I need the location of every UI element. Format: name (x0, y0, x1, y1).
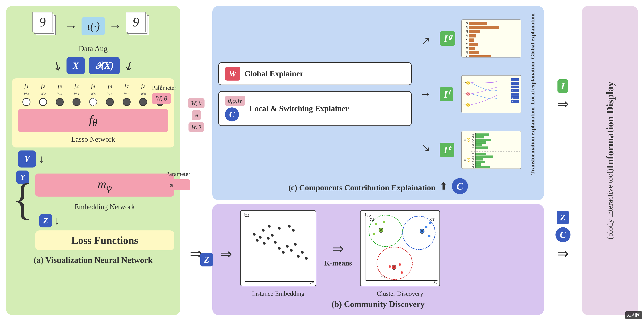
c-badge-footer: C (452, 178, 468, 194)
dot-16 (278, 227, 281, 230)
info-subtitle: (plotly interactive tool) (606, 169, 614, 239)
node-1 (22, 98, 30, 106)
section-a: 9 9 9 → τ(·) → 9 9 9 Data Aug ↘ X 𝒯(X) ↙ (6, 6, 180, 315)
ig-badge: Iᵍ (440, 31, 455, 46)
c-right-badge: C (556, 227, 570, 242)
node-5 (89, 98, 97, 106)
svg-text:f8: f8 (472, 163, 474, 166)
i-right-badge: I (558, 79, 568, 93)
transform-chart: c₁ c₃ f2 f3 (461, 131, 522, 169)
w-badge: W (225, 67, 240, 80)
bar-f4: f4 (463, 34, 520, 38)
dot-1 (253, 233, 256, 236)
svg-text:f7: f7 (512, 93, 514, 96)
svg-text:f6: f6 (512, 90, 514, 92)
arrow-to-ig: ↗ (421, 34, 431, 48)
bar-f9: f9 (463, 55, 520, 58)
dot-12 (294, 243, 297, 246)
instance-embedding-col: → ↑ z₁ z₂ (240, 210, 316, 297)
section-b-inner: ⇒ → ↑ z₁ z₂ (220, 210, 536, 297)
svg-text:f3: f3 (472, 155, 474, 158)
dot-6 (271, 234, 274, 237)
y-axis (245, 213, 245, 282)
data-aug-label: Data Aug (12, 44, 174, 53)
c2-dot-3 (400, 271, 403, 274)
svg-rect-41 (475, 141, 486, 144)
info-title: Information Display (604, 82, 616, 169)
a-to-bc-connectors: W, θ φ W, θ ⇒ (184, 6, 208, 315)
vectors-row: ↘ X 𝒯(X) ↙ (12, 57, 174, 74)
local-explainer-text: Local & Switching Explainer (249, 104, 349, 113)
transform-svg: c₁ c₃ f2 f3 (463, 132, 520, 168)
svg-text:f1: f1 (512, 79, 514, 81)
bar-f5: f5 (463, 38, 520, 42)
dot-5 (267, 237, 270, 240)
svg-text:f8: f8 (472, 144, 474, 146)
cluster-label: Cluster Discovery (377, 290, 423, 297)
watermark: AI图网 (625, 312, 642, 319)
arrow-diag-right: ↙ (121, 57, 137, 74)
big-bracket: { (12, 186, 33, 212)
node-8 (139, 98, 147, 106)
cluster-y-axis (366, 213, 366, 281)
global-exp-label: Global explanation (530, 14, 536, 59)
section-c-label: (c) Components Contribution Explaination (288, 183, 436, 192)
c3-dot-3 (428, 235, 430, 237)
global-bars: f1 f2 f3 f4 f5 f6 f7 f8 f9 (463, 22, 520, 58)
local-exp-label: Local explanation (530, 62, 536, 104)
svg-text:f2: f2 (472, 153, 474, 156)
info-panel: Information Display (plotly interactive … (582, 6, 638, 315)
lower-section: Y { mφ Embedding Network Z ↓ Loss Functi… (12, 170, 174, 250)
svg-rect-35 (475, 134, 489, 136)
theta-phi-w-badge: θ,φ,W (225, 96, 245, 106)
loss-box: Loss Functions (35, 230, 174, 250)
z-into-b-arrow: ⇒ (220, 246, 232, 262)
digit-stack-input: 9 9 9 (32, 12, 60, 40)
kmeans-arrow: ⇒ (332, 240, 344, 257)
tx-vector: 𝒯(X) (89, 57, 120, 74)
svg-text:f7: f7 (472, 141, 474, 144)
embed-section: mφ Embedding Network Z ↓ Loss Functions (35, 170, 174, 250)
svg-rect-45 (475, 146, 488, 149)
cluster-plot: → ↑ z₁ z₂ c₁ ✕ (360, 210, 440, 286)
svg-text:f9: f9 (472, 166, 474, 168)
param-area-2: Parameter φ (166, 170, 190, 190)
data-aug-area: 9 9 9 → τ(·) → 9 9 9 (12, 12, 174, 40)
bar-f2: f2 (463, 26, 520, 29)
cluster-c1-label: c₁ (370, 216, 374, 222)
weight-labels: w₁w₂w₃w₄w₅w₆w₇w₈w₉ (18, 90, 168, 96)
zc-right-arrow: ⇒ (557, 245, 569, 262)
svg-text:c₃: c₃ (464, 158, 466, 161)
embed-label: Embedding Network (35, 202, 174, 211)
param-badge-wtheta: W, θ (152, 93, 171, 104)
svg-text:c₃: c₃ (464, 103, 466, 106)
bar-f7: f7 (463, 47, 520, 50)
svg-text:f7: f7 (472, 160, 474, 163)
it-badge: Iᵗ (440, 143, 454, 157)
c1-dot-1 (374, 223, 377, 225)
c1-dot-3 (372, 233, 375, 235)
param-area-1: Parameter W, θ (152, 84, 176, 104)
wtheta-connector-badge: W, θ (188, 98, 204, 108)
digit-front: 9 (32, 12, 52, 32)
explainer-col: W Global Explainer θ,φ,W C Local & Switc… (218, 12, 412, 176)
bar-f8: f8 (463, 51, 520, 54)
svg-rect-50 (475, 156, 493, 158)
lasso-label: Lasso Network (18, 135, 168, 144)
cluster-x-axis (366, 280, 438, 281)
svg-text:f8: f8 (512, 97, 514, 99)
zc-connector: Z C ⇒ (556, 211, 570, 262)
global-chart: f1 f2 f3 f4 f5 f6 f7 f8 f9 (461, 20, 522, 58)
section-c-inner: W Global Explainer θ,φ,W C Local & Switc… (218, 12, 538, 176)
i-right-arrow: ⇒ (557, 96, 569, 112)
bar-f3: f3 (463, 30, 520, 34)
section-c: W Global Explainer θ,φ,W C Local & Switc… (212, 6, 544, 200)
dot-4 (263, 242, 266, 245)
ig-row: Iᵍ (440, 31, 455, 46)
parallel-svg: c₁ c₂ c₃ (462, 76, 520, 112)
scatter-plot: → ↑ z₁ z₂ (240, 210, 316, 286)
wtheta-phi-badges: W, θ φ W, θ (188, 98, 204, 132)
z-down-arrow: ↓ (54, 214, 60, 227)
svg-text:c₂: c₂ (464, 92, 466, 95)
global-explainer-text: Global Explainer (244, 69, 304, 78)
